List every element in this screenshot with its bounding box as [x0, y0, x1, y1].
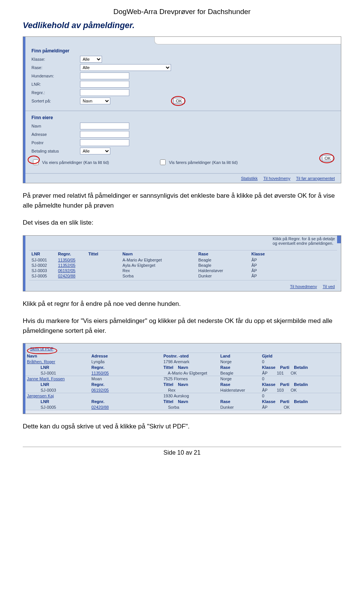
table-row: SJ-000306192/05RexHaldenstøverÅP	[29, 268, 337, 273]
owner-row: Jørgensen Kaj1930 Aurskog0	[25, 393, 341, 399]
owner-row: Bråthen, RogerLyngås1798 AremarkNorge0	[25, 359, 341, 364]
screenshot-forms: Finn påmeldinger Klasse: Alle Rase: Alle…	[23, 36, 341, 183]
section-heading: Vedlikehold av påmeldinger.	[23, 20, 341, 30]
table-row: SJ-000502420/88SorbaDunkerÅP	[29, 273, 337, 279]
select-klasse[interactable]: Alle	[80, 56, 102, 63]
page-header: DogWeb-Arra Drevprøver for Dachshunder	[23, 8, 341, 16]
owner-row: Janne Marit, FossenMoan7525 FlornesNorge…	[25, 376, 341, 382]
link-hovedmeny-1[interactable]: Til hovedmeny	[264, 176, 290, 181]
label-klasse: Klasse:	[31, 57, 77, 61]
screenshot-table: Klikk på Regnr. for å se på detalje og e…	[23, 235, 341, 291]
input-hundenavn[interactable]	[80, 72, 129, 79]
label-navn: Navn	[31, 124, 77, 128]
owner-table: NavnAdressePostnr. -stedLandGjeldBråthen…	[25, 353, 341, 410]
form2-heading: Finn eiere	[31, 115, 335, 120]
link-regnr[interactable]: 06192/05	[56, 268, 86, 273]
ok-button-2[interactable]: OK	[322, 155, 333, 161]
link-regnr[interactable]: 06192/05	[90, 387, 162, 393]
link-til-ved[interactable]: Til ved	[323, 284, 335, 289]
link-regnr[interactable]: 11350/05	[56, 257, 86, 263]
paragraph-5: Dette kan du også skrive ut ved å klikke…	[23, 422, 341, 431]
ok-button-1[interactable]: OK	[173, 98, 185, 104]
link-owner[interactable]: Bråthen, Roger	[25, 359, 90, 364]
table-row: SJ-000211352/05Ayla Av ElgbergetBeagleÅP	[29, 263, 337, 268]
label-sortert: Sortert på:	[31, 99, 77, 103]
input-navn[interactable]	[80, 123, 129, 129]
label-hundenavn: Hundenavn:	[31, 74, 77, 78]
notice-text: Klikk på Regnr. for å se på detalje og e…	[273, 236, 337, 246]
checkbox-vis-eiers[interactable]	[33, 159, 39, 165]
select-betaling[interactable]: Alle	[80, 148, 110, 154]
label-postnr: Postnr	[31, 140, 77, 145]
input-regnr[interactable]	[80, 89, 129, 96]
link-hovedmeny-2[interactable]: Til hovedmeny	[290, 284, 317, 289]
label-vis-forers: Vis førers påmeldinger (Kan ta litt tid)	[169, 160, 238, 165]
checkbox-vis-forers[interactable]	[160, 159, 166, 165]
paragraph-2: Det vises da en slik liste:	[23, 218, 341, 228]
paragraph-3: Klikk på et regnr for å endre på noe ved…	[23, 299, 341, 309]
table-header-row: LNR Regnr. Tittel Navn Rase Klasse	[29, 250, 337, 257]
label-lnr: LNR:	[31, 82, 77, 87]
paragraph-4: Hvis du markere for "Vis eiers påmelding…	[23, 316, 341, 335]
link-regnr[interactable]: 11352/05	[56, 263, 86, 268]
input-lnr[interactable]	[80, 81, 129, 88]
screenshot-owners: Skriv ut PDF NavnAdressePostnr. -stedLan…	[23, 343, 341, 414]
label-betaling: Betaling status	[31, 149, 77, 153]
label-regnr: Regnr.:	[31, 90, 77, 95]
link-regnr[interactable]: 02420/88	[90, 405, 162, 410]
select-rase[interactable]: Alle	[80, 64, 171, 71]
paragraph-1: På prøver med relativt få påmeldinger er…	[23, 191, 341, 210]
select-sortert[interactable]: Navn	[80, 98, 110, 104]
table-row: SJ-000111350/05A-Mario Av ElgbergetBeagl…	[29, 257, 337, 263]
label-adresse: Adresse	[31, 132, 77, 137]
owner-dog-row: SJ-000306192/05 RexHaldenstøverÅP 103 OK	[25, 387, 341, 393]
link-regnr[interactable]: 11350/05	[90, 370, 162, 376]
link-owner[interactable]: Jørgensen Kaj	[25, 393, 90, 399]
link-statistikk[interactable]: Statistikk	[241, 176, 257, 181]
owner-dog-row: SJ-000111350/05 A-Mario Av ElgbergetBeag…	[25, 370, 341, 376]
owner-dog-row: SJ-000502420/88 SorbaDunkerÅP OK	[25, 405, 341, 410]
link-skriv-pdf[interactable]: Skriv ut PDF	[25, 344, 53, 353]
input-adresse[interactable]	[80, 131, 129, 138]
page-footer: Side 10 av 21	[23, 447, 341, 456]
link-regnr[interactable]: 02420/88	[56, 273, 86, 279]
link-owner[interactable]: Janne Marit, Fossen	[25, 376, 90, 382]
input-postnr[interactable]	[80, 139, 129, 146]
link-for-arrangementet[interactable]: Til før arrangementet	[296, 176, 335, 181]
label-vis-eiers: Vis eiers påmeldinger (Kan ta litt tid)	[42, 160, 109, 165]
scrollbar-bottom[interactable]	[25, 410, 341, 414]
form1-heading: Finn påmeldinger	[31, 48, 335, 54]
result-table: LNR Regnr. Tittel Navn Rase Klasse SJ-00…	[29, 250, 337, 279]
label-rase: Rase:	[31, 65, 77, 70]
